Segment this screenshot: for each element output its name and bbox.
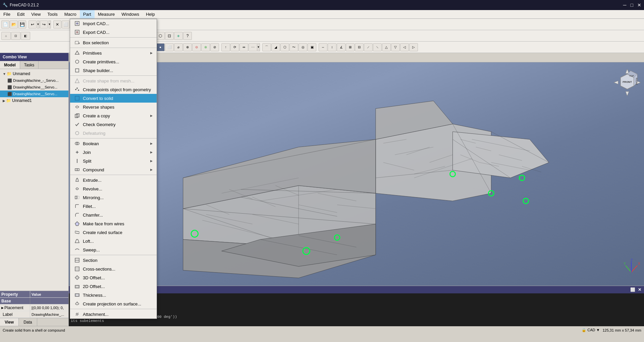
svg-line-101: [75, 233, 79, 234]
revolve-icon: [74, 186, 80, 192]
menu-sep-7: [70, 309, 157, 309]
menu-attachment[interactable]: Attachment...: [70, 310, 157, 319]
menu-ruled-surface[interactable]: Create ruled surface: [70, 228, 157, 237]
menu-join[interactable]: Join: [70, 148, 157, 157]
box-selection-icon: [74, 40, 80, 46]
menu-defeaturing-label: Defeaturing: [83, 131, 105, 136]
extrude-icon: [74, 177, 80, 183]
menu-reverse-shapes-label: Reverse shapes: [83, 105, 114, 110]
attachment-icon: [74, 311, 80, 317]
menu-export-cad-label: Export CAD...: [83, 30, 109, 35]
svg-rect-107: [75, 267, 79, 271]
menu-create-shape-mesh-label: Create shape from mesh...: [83, 78, 135, 83]
svg-marker-111: [76, 277, 78, 279]
menu-sep-4: [70, 138, 157, 138]
svg-rect-92: [75, 169, 77, 171]
menu-3d-offset[interactable]: 3D Offset...: [70, 273, 157, 282]
boolean-icon: [74, 140, 80, 147]
menu-export-cad[interactable]: Export CAD...: [70, 28, 157, 37]
menu-mirroring[interactable]: Mirroring...: [70, 193, 157, 202]
menu-thickness[interactable]: Thickness...: [70, 291, 157, 299]
menu-loft-label: Loft...: [83, 239, 94, 244]
menu-extrude[interactable]: Extrude...: [70, 176, 157, 184]
svg-point-80: [75, 89, 76, 90]
svg-rect-78: [75, 69, 79, 72]
menu-thickness-label: Thickness...: [83, 293, 106, 298]
mirroring-icon: [74, 194, 80, 201]
menu-sweep[interactable]: Sweep...: [70, 245, 157, 254]
menu-create-shape-mesh: Create shape from mesh...: [70, 76, 157, 85]
svg-line-100: [75, 231, 79, 232]
defeaturing-icon: [74, 130, 80, 136]
menu-extrude-label: Extrude...: [83, 178, 102, 183]
menu-2d-offset-label: 2D Offset...: [83, 284, 105, 289]
menu-boolean-label: Boolean: [83, 141, 99, 146]
menu-convert-solid-label: Convert to solid: [83, 96, 113, 101]
menu-create-primitives[interactable]: Create primitives...: [70, 57, 157, 66]
menu-box-selection[interactable]: Box selection: [70, 38, 157, 47]
check-geometry-icon: [74, 121, 80, 127]
thickness-icon: [74, 292, 80, 298]
menu-make-face[interactable]: Make face from wires: [70, 219, 157, 228]
2d-offset-icon: [74, 283, 80, 289]
menu-convert-solid[interactable]: Convert to solid: [70, 94, 157, 103]
loft-icon: [74, 238, 80, 244]
menu-check-geometry[interactable]: Check Geometry: [70, 120, 157, 129]
menu-cross-sections[interactable]: Cross-sections...: [70, 265, 157, 273]
menu-sweep-label: Sweep...: [83, 247, 100, 252]
svg-rect-93: [77, 169, 79, 171]
menu-reverse-shapes[interactable]: Reverse shapes: [70, 103, 157, 111]
menu-create-points[interactable]: Create points object from geometry: [70, 85, 157, 94]
menu-shape-builder[interactable]: Shape builder...: [70, 66, 157, 75]
menu-cross-sections-label: Cross-sections...: [83, 267, 115, 272]
menu-chamfer[interactable]: Chamfer...: [70, 211, 157, 219]
menu-revolve-label: Revolve...: [83, 186, 102, 191]
svg-point-82: [78, 90, 79, 91]
convert-solid-icon: [74, 95, 80, 101]
svg-rect-83: [75, 96, 79, 100]
projection-icon: [74, 301, 80, 307]
svg-rect-96: [75, 196, 77, 199]
menu-primitives[interactable]: Primitives: [70, 49, 157, 57]
menu-compound[interactable]: Compound: [70, 165, 157, 174]
menu-shape-builder-label: Shape builder...: [83, 68, 113, 73]
menu-boolean[interactable]: Boolean: [70, 139, 157, 148]
menu-join-label: Join: [83, 150, 91, 155]
menu-sep-2: [70, 48, 157, 48]
svg-point-77: [75, 60, 79, 63]
svg-marker-110: [75, 276, 79, 280]
menu-attachment-label: Attachment...: [83, 312, 109, 317]
menu-loft[interactable]: Loft...: [70, 237, 157, 245]
create-points-icon: [74, 87, 80, 93]
menu-2d-offset[interactable]: 2D Offset...: [70, 282, 157, 291]
split-icon: [74, 158, 80, 164]
menu-chamfer-label: Chamfer...: [83, 213, 103, 218]
menu-projection-label: Create projection on surface...: [83, 301, 141, 306]
compound-icon: [74, 167, 80, 173]
menu-sep-6: [70, 255, 157, 255]
svg-marker-76: [75, 51, 79, 54]
import-cad-icon: [74, 20, 80, 26]
cross-sections-icon: [74, 266, 80, 272]
part-menu: Import CAD... Export CAD... Box selectio…: [70, 19, 157, 319]
menu-fillet[interactable]: Fillet...: [70, 202, 157, 211]
menu-import-cad[interactable]: Import CAD...: [70, 19, 157, 28]
menu-split[interactable]: Split: [70, 157, 157, 165]
menu-create-copy[interactable]: Create a copy: [70, 111, 157, 120]
create-shape-mesh-icon: [74, 78, 80, 84]
svg-marker-73: [76, 31, 78, 34]
create-primitives-icon: [74, 59, 80, 65]
svg-marker-94: [76, 179, 78, 181]
svg-rect-113: [76, 286, 78, 287]
section-icon: [74, 257, 80, 263]
sweep-icon: [74, 247, 80, 253]
menu-revolve[interactable]: Revolve...: [70, 184, 157, 193]
menu-fillet-label: Fillet...: [83, 204, 96, 209]
menu-sep-3: [70, 75, 157, 76]
menu-section[interactable]: Section: [70, 256, 157, 265]
menu-mirroring-label: Mirroring...: [83, 195, 104, 200]
svg-point-116: [75, 303, 79, 305]
menu-create-copy-label: Create a copy: [83, 113, 110, 118]
menu-3d-offset-label: 3D Offset...: [83, 275, 105, 280]
menu-projection[interactable]: Create projection on surface...: [70, 299, 157, 308]
